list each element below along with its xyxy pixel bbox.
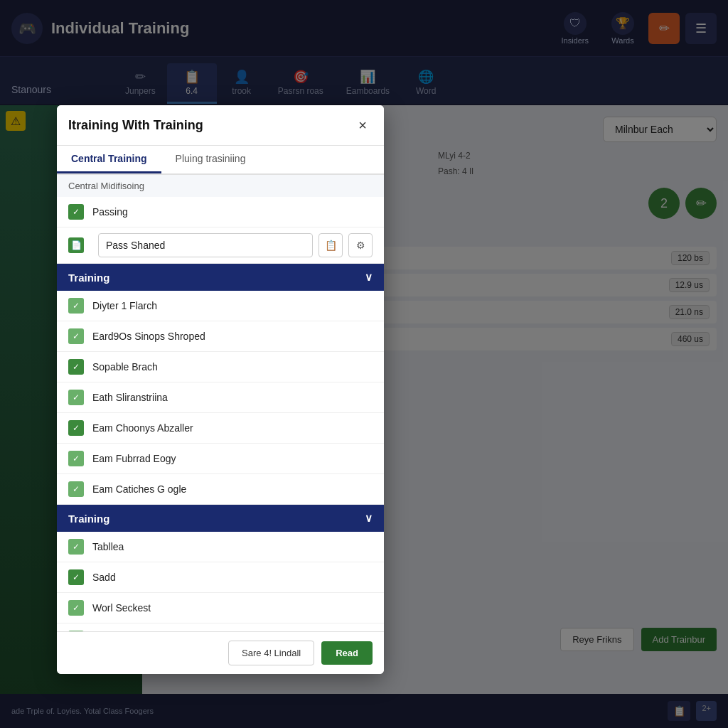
primary-footer-btn[interactable]: Read: [321, 641, 373, 665]
modal-overlay: Itraining With Training × Central Traini…: [0, 0, 728, 728]
modal-close-button[interactable]: ×: [353, 115, 373, 135]
item-6-icon: ✓: [68, 481, 84, 497]
modal-title: Itraining With Training: [68, 118, 203, 133]
selected-item-icon: 📄: [68, 237, 84, 253]
modal-body: Central Midifisoing ✓ Passing 📄 📋 ⚙: [57, 175, 384, 631]
training-section2: Training ∨: [57, 505, 384, 532]
item-3-label: Eath Sliranstriina: [92, 392, 168, 403]
primary-btn-label: Read: [336, 648, 358, 658]
training-section1: Training ∨: [57, 264, 384, 291]
item-s2-2-icon: ✓: [68, 600, 84, 616]
modal-tabs: Central Training Pluing trasiniing: [57, 146, 384, 175]
item-5-label: Eam Fubrrad Eogy: [92, 453, 176, 464]
training-item-2[interactable]: ✓ Sopable Brach: [57, 352, 384, 382]
modal-footer: Sare 4! Lindall Read: [57, 631, 384, 674]
secondary-footer-btn[interactable]: Sare 4! Lindall: [228, 641, 314, 665]
training-item-1[interactable]: ✓ Eard9Os Sinops Shroped: [57, 321, 384, 352]
training-item-s2-1[interactable]: ✓ Sadd: [57, 562, 384, 593]
item-s2-2-label: Worl Seckest: [92, 602, 151, 614]
passing-label: Passing: [92, 206, 128, 218]
modal-section1-header: Central Midifisoing: [57, 175, 384, 197]
item-4-icon: ✓: [68, 420, 84, 436]
training-item-s2-2[interactable]: ✓ Worl Seckest: [57, 593, 384, 623]
selected-training-input[interactable]: [98, 233, 313, 257]
item-0-icon: ✓: [68, 298, 84, 314]
training-item-4[interactable]: ✓ Eam Choonys Abzaller: [57, 413, 384, 444]
item-5-icon: ✓: [68, 451, 84, 466]
training-item-5[interactable]: ✓ Eam Fubrrad Eogy: [57, 444, 384, 474]
training-modal: Itraining With Training × Central Traini…: [57, 105, 384, 674]
training-item-s2-0[interactable]: ✓ Tabllea: [57, 532, 384, 562]
tab-central-training[interactable]: Central Training: [57, 146, 161, 173]
training-item-3[interactable]: ✓ Eath Sliranstriina: [57, 382, 384, 413]
passing-icon: ✓: [68, 204, 84, 220]
modal-header: Itraining With Training ×: [57, 105, 384, 146]
input-copy-btn[interactable]: 📋: [318, 233, 343, 257]
item-s2-0-label: Tabllea: [92, 541, 124, 552]
item-s2-0-icon: ✓: [68, 539, 84, 555]
close-icon: ×: [358, 117, 367, 134]
training-section2-chevron: ∨: [365, 512, 373, 525]
item-4-label: Eam Choonys Abzaller: [92, 422, 193, 434]
input-settings-btn[interactable]: ⚙: [348, 233, 373, 257]
settings-icon: ⚙: [356, 240, 365, 251]
item-2-label: Sopable Brach: [92, 361, 158, 373]
tab-pluing-label: Pluing trasiniing: [176, 153, 246, 164]
item-2-icon: ✓: [68, 359, 84, 375]
training-item-0[interactable]: ✓ Diyter 1 Flarch: [57, 291, 384, 321]
item-3-icon: ✓: [68, 390, 84, 405]
item-0-label: Diyter 1 Flarch: [92, 300, 157, 311]
item-1-icon: ✓: [68, 328, 84, 344]
selected-input-row: 📄 📋 ⚙: [57, 228, 384, 264]
tab-pluing-training[interactable]: Pluing trasiniing: [161, 146, 260, 173]
item-s2-1-icon: ✓: [68, 569, 84, 585]
tab-central-label: Central Training: [71, 153, 147, 164]
training-section1-label: Training: [68, 272, 109, 284]
copy-icon: 📋: [325, 240, 337, 251]
training-section1-chevron: ∨: [365, 271, 373, 284]
item-6-label: Eam Catiches G ogle: [92, 483, 186, 495]
training-item-6[interactable]: ✓ Eam Catiches G ogle: [57, 474, 384, 505]
item-1-label: Eard9Os Sinops Shroped: [92, 331, 205, 342]
passing-item[interactable]: ✓ Passing: [57, 197, 384, 228]
training-section2-label: Training: [68, 513, 109, 525]
item-s2-1-label: Sadd: [92, 572, 116, 583]
section1-header-text: Central Midifisoing: [68, 181, 144, 191]
training-item-s2-3[interactable]: ✓ Dread: [57, 623, 384, 631]
secondary-btn-label: Sare 4! Lindall: [242, 648, 301, 658]
